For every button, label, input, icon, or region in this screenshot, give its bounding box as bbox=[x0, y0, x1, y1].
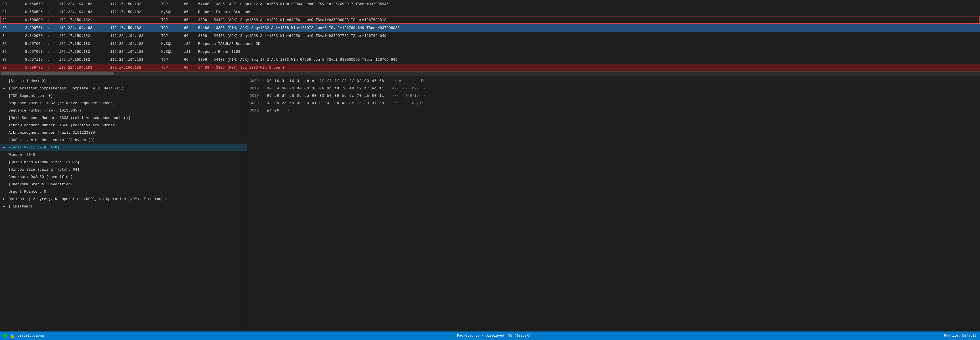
detail-line[interactable]: ▶Options: (12 bytes), No-Operation (NOP)… bbox=[0, 195, 247, 203]
packet-row[interactable]: 332.299761...112.224.194.183172.17.150.1… bbox=[0, 24, 980, 32]
packet-row[interactable]: 342.343970...172.17.150.182112.224.194.1… bbox=[0, 32, 980, 40]
expand-arrow-icon: ▶ bbox=[3, 204, 7, 208]
packet-row[interactable]: 355.557004...172.17.150.182112.224.194.1… bbox=[0, 40, 980, 48]
packet-row[interactable]: 320.599800...172.17.150.182TCP663306 → 5… bbox=[0, 16, 980, 24]
cell-2: 112.224.194.183 bbox=[57, 8, 108, 16]
cell-0: 38 bbox=[0, 64, 23, 71]
scroll-thumb[interactable] bbox=[0, 72, 114, 75]
status-packets: Packets: 38 · Displayed: 38 (100.0%) bbox=[457, 334, 531, 338]
detail-text: Sequence Number (raw): 1613803577 bbox=[8, 108, 81, 113]
cell-6: Response Error 1158 bbox=[196, 48, 980, 56]
cell-1: 5.557057... bbox=[23, 48, 57, 56]
cell-0: 33 bbox=[0, 24, 23, 32]
detail-line[interactable]: ▶[Timestamps] bbox=[0, 203, 247, 210]
cell-4: MySQL bbox=[159, 48, 182, 56]
cell-2: 172.17.150.182 bbox=[57, 48, 108, 56]
hex-bytes: 08 00 2a 60 00 00 01 01 08 0a 4b 8f 7c 3… bbox=[267, 101, 384, 105]
detail-text: [Conversation completeness: Complete, WI… bbox=[8, 86, 126, 91]
packet-row[interactable]: 310.556595...112.224.194.183172.17.150.1… bbox=[0, 8, 980, 16]
detail-text: Acknowledgment Number: 1568 (relative ac… bbox=[8, 123, 117, 127]
hex-offset: 0030 bbox=[250, 101, 261, 105]
detail-text: Acknowledgment number (raw): 3161223339 bbox=[8, 130, 95, 135]
status-filename: test01.pcapng bbox=[18, 334, 44, 338]
cell-0: 31 bbox=[0, 8, 23, 16]
hex-ascii: ······`0·9·lp··· bbox=[390, 94, 426, 98]
cell-0: 35 bbox=[0, 40, 23, 48]
cell-6: 54488 → 3306 [RST] Seq=1333 Win=0 Len=0 bbox=[196, 64, 980, 71]
cell-0: 37 bbox=[0, 56, 23, 64]
cell-1: 5.589732... bbox=[23, 64, 57, 71]
cell-3: 172.17.150.182 bbox=[108, 24, 159, 32]
cell-2: 112.224.194.183 bbox=[57, 24, 108, 32]
detail-line: [Stream index: 0] bbox=[0, 77, 247, 84]
cell-4: TCP bbox=[159, 0, 182, 8]
packet-row[interactable]: 365.557057...172.17.150.182112.224.194.1… bbox=[0, 48, 980, 56]
cell-5: 86 bbox=[182, 8, 196, 16]
cell-6: 54488 → 3306 [FIN, ACK] Seq=1332 Ack=156… bbox=[196, 24, 980, 32]
detail-line: Urgent Pointer: 0 bbox=[0, 188, 247, 195]
cell-2: 172.17.150.182 bbox=[57, 16, 108, 24]
status-icon: 🔒 bbox=[10, 334, 14, 338]
cell-5: 66 bbox=[182, 32, 196, 40]
detail-line: [Checksum Status: Unverified] bbox=[0, 181, 247, 188]
cell-4: MySQL bbox=[159, 40, 182, 48]
detail-line: [Calculated window size: 131072] bbox=[0, 158, 247, 166]
detail-line: Sequence Number (raw): 1613803577 bbox=[0, 107, 247, 114]
hex-offset: 0020 bbox=[250, 94, 261, 98]
status-left: 🔒 test01.pcapng bbox=[3, 334, 44, 338]
detail-line: Acknowledgment number (raw): 3161223339 bbox=[0, 129, 247, 136]
detail-text: [Stream index: 0] bbox=[8, 79, 46, 83]
cell-3: 112.224.194.183 bbox=[108, 32, 159, 40]
hex-row: 002096 b6 d4 d8 0c ea 60 30 b0 39 bc 6c … bbox=[250, 92, 977, 99]
cell-5: 66 bbox=[182, 16, 196, 24]
scroll-area[interactable] bbox=[0, 72, 980, 76]
middle-section: [Stream index: 0]▶[Conversation complete… bbox=[0, 76, 980, 332]
cell-2: 112.224.194.183 bbox=[57, 64, 108, 71]
cell-1: 2.299761... bbox=[23, 24, 57, 32]
cell-1: 5.557004... bbox=[23, 40, 57, 48]
detail-line: [Next Sequence Number: 1333 (relative se… bbox=[0, 114, 247, 121]
cell-3: 172.17.150.182 bbox=[108, 8, 159, 16]
cell-5: 185 bbox=[182, 40, 196, 48]
detail-text: [Calculated window size: 131072] bbox=[8, 160, 80, 164]
hex-bytes: 00 16 3e 16 3d ab ee ff ff ff ff ff 08 0… bbox=[267, 79, 384, 83]
packet-table: 300.556570...112.224.194.183172.17.150.1… bbox=[0, 0, 980, 71]
cell-4: TCP bbox=[159, 24, 182, 32]
detail-line[interactable]: ▶[Conversation completeness: Complete, W… bbox=[0, 84, 247, 92]
cell-4: TCP bbox=[159, 32, 182, 40]
cell-0: 34 bbox=[0, 32, 23, 40]
cell-1: 5.557119... bbox=[23, 56, 57, 64]
cell-2: 172.17.150.182 bbox=[57, 32, 108, 40]
packet-row[interactable]: 300.556570...112.224.194.183172.17.150.1… bbox=[0, 0, 980, 8]
cell-4: TCP bbox=[159, 56, 182, 64]
detail-text: Window: 2048 bbox=[8, 153, 35, 157]
cell-3: 172.17.150.182 bbox=[108, 64, 159, 71]
detail-text: 1000 .... = Header Length: 32 bytes (8) bbox=[8, 138, 95, 142]
detail-text: [Timestamps] bbox=[8, 204, 35, 208]
detail-text: [TCP Segment Len: 0] bbox=[8, 94, 53, 98]
packet-row[interactable]: 375.557119...172.17.150.182112.224.194.1… bbox=[0, 56, 980, 64]
cell-2: 172.17.150.182 bbox=[57, 40, 108, 48]
detail-text: Urgent Pointer: 0 bbox=[8, 189, 46, 194]
cell-2: 172.17.150.182 bbox=[57, 56, 108, 64]
cell-4: TCP bbox=[159, 16, 182, 24]
detail-line[interactable]: ▶Flags: 0x011 (FIN, ACK) bbox=[0, 144, 247, 151]
hex-bytes: 96 b6 d4 d8 0c ea 60 30 b0 39 bc 6c 70 a… bbox=[267, 94, 384, 98]
cell-1: 2.343970... bbox=[23, 32, 57, 40]
cell-3: 172.17.150.182 bbox=[108, 0, 159, 8]
detail-text: Flags: 0x011 (FIN, ACK) bbox=[8, 145, 59, 149]
cell-4: MySQL bbox=[159, 8, 182, 16]
hex-bytes: 00 34 00 00 00 00 36 06 0d fd 70 e0 c2 b… bbox=[267, 86, 384, 91]
cell-6: Response TABULAR Response OK bbox=[196, 40, 980, 48]
expand-arrow-icon: ▶ bbox=[3, 197, 7, 201]
hex-ascii: ·· bbox=[285, 108, 290, 113]
packet-row[interactable]: 385.589732...112.224.194.183172.17.150.1… bbox=[0, 64, 980, 71]
detail-line: Acknowledgment Number: 1568 (relative ac… bbox=[0, 121, 247, 129]
cell-3: 112.224.194.183 bbox=[108, 56, 159, 64]
cell-6: 3306 → 54488 [FIN, ACK] Seq=1742 Ack=133… bbox=[196, 56, 980, 64]
cell-6: Request Execute Statement bbox=[196, 8, 980, 16]
cell-5: 66 bbox=[182, 24, 196, 32]
status-bar: 🔒 test01.pcapng Packets: 38 · Displayed:… bbox=[0, 332, 980, 340]
detail-line: Window: 2048 bbox=[0, 151, 247, 158]
expand-arrow-icon: ▶ bbox=[3, 145, 7, 149]
